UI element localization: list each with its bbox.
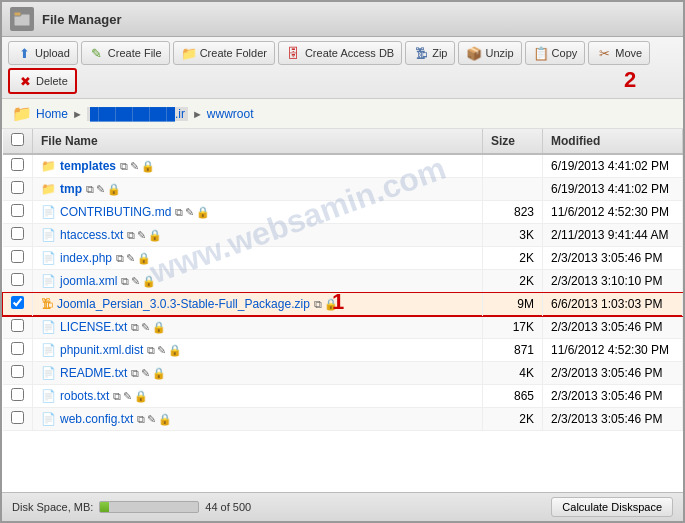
row-copy-icon[interactable]: ⧉ [314, 298, 322, 311]
file-modified: 6/19/2013 4:41:02 PM [543, 154, 683, 178]
create-folder-button[interactable]: 📁 Create Folder [173, 41, 275, 65]
select-all-checkbox[interactable] [11, 133, 24, 146]
table-row[interactable]: 📁tmp⧉✎🔒6/19/2013 4:41:02 PM [3, 178, 683, 201]
upload-button[interactable]: ⬆ Upload [8, 41, 78, 65]
row-copy-icon[interactable]: ⧉ [121, 275, 129, 288]
file-name-text[interactable]: joomla.xml [60, 274, 117, 288]
table-row[interactable]: 📄README.txt⧉✎🔒4K2/3/2013 3:05:46 PM [3, 362, 683, 385]
row-edit-icon[interactable]: ✎ [141, 367, 150, 380]
row-copy-icon[interactable]: ⧉ [131, 367, 139, 380]
row-edit-icon[interactable]: ✎ [130, 160, 139, 173]
zip-button[interactable]: 🗜 Zip [405, 41, 455, 65]
file-name-text[interactable]: htaccess.txt [60, 228, 123, 242]
file-list-scroll[interactable]: File Name Size Modified 📁templates⧉✎🔒6/1… [2, 129, 683, 492]
row-checkbox[interactable] [11, 319, 24, 332]
row-checkbox[interactable] [11, 181, 24, 194]
table-row[interactable]: 📁templates⧉✎🔒6/19/2013 4:41:02 PM [3, 154, 683, 178]
row-checkbox[interactable] [11, 342, 24, 355]
file-name-text[interactable]: robots.txt [60, 389, 109, 403]
row-edit-icon[interactable]: ✎ [185, 206, 194, 219]
row-edit-icon[interactable]: ✎ [123, 390, 132, 403]
row-checkbox[interactable] [11, 250, 24, 263]
row-copy-icon[interactable]: ⧉ [131, 321, 139, 334]
col-header-check[interactable] [3, 129, 33, 154]
row-edit-icon[interactable]: ✎ [126, 252, 135, 265]
file-name-text[interactable]: tmp [60, 182, 82, 196]
file-modified: 2/3/2013 3:05:46 PM [543, 408, 683, 431]
file-name-cell: 📄robots.txt⧉✎🔒 [41, 389, 474, 403]
row-lock-icon[interactable]: 🔒 [152, 367, 166, 380]
row-lock-icon[interactable]: 🔒 [158, 413, 172, 426]
table-row[interactable]: 📄index.php⧉✎🔒2K2/3/2013 3:05:46 PM [3, 247, 683, 270]
row-copy-icon[interactable]: ⧉ [137, 413, 145, 426]
breadcrumb-wwwroot[interactable]: wwwroot [207, 107, 254, 121]
table-row[interactable]: 📄CONTRIBUTING.md⧉✎🔒82311/6/2012 4:52:30 … [3, 201, 683, 224]
file-name-text[interactable]: index.php [60, 251, 112, 265]
row-checkbox[interactable] [11, 273, 24, 286]
row-checkbox[interactable] [11, 204, 24, 217]
row-lock-icon[interactable]: 🔒 [152, 321, 166, 334]
row-lock-icon[interactable]: 🔒 [137, 252, 151, 265]
table-row[interactable]: 📄LICENSE.txt⧉✎🔒17K2/3/2013 3:05:46 PM [3, 316, 683, 339]
calculate-diskspace-button[interactable]: Calculate Diskspace [551, 497, 673, 517]
row-checkbox[interactable] [11, 296, 24, 309]
file-name-text[interactable]: phpunit.xml.dist [60, 343, 143, 357]
table-row[interactable]: 📄joomla.xml⧉✎🔒2K2/3/2013 3:10:10 PM [3, 270, 683, 293]
file-size: 2K [483, 247, 543, 270]
row-edit-icon[interactable]: ✎ [157, 344, 166, 357]
create-file-icon: ✎ [89, 45, 105, 61]
file-name-text[interactable]: CONTRIBUTING.md [60, 205, 171, 219]
table-row[interactable]: 📄web.config.txt⧉✎🔒2K2/3/2013 3:05:46 PM [3, 408, 683, 431]
breadcrumb: 📁 Home ► ██████████.ir ► wwwroot [2, 99, 683, 129]
row-lock-icon[interactable]: 🔒 [196, 206, 210, 219]
file-name-text[interactable]: LICENSE.txt [60, 320, 127, 334]
table-row[interactable]: 📄htaccess.txt⧉✎🔒3K2/11/2013 9:41:44 AM [3, 224, 683, 247]
file-name-text[interactable]: templates [60, 159, 116, 173]
row-edit-icon[interactable]: ✎ [137, 229, 146, 242]
status-bar: Disk Space, MB: 44 of 500 Calculate Disk… [2, 492, 683, 521]
row-edit-icon[interactable]: ✎ [141, 321, 150, 334]
file-name-text[interactable]: Joomla_Persian_3.0.3-Stable-Full_Package… [57, 297, 310, 311]
file-name-cell: 🗜Joomla_Persian_3.0.3-Stable-Full_Packag… [41, 297, 474, 311]
file-name-text[interactable]: web.config.txt [60, 412, 133, 426]
row-lock-icon[interactable]: 🔒 [324, 298, 338, 311]
table-row[interactable]: 🗜Joomla_Persian_3.0.3-Stable-Full_Packag… [3, 293, 683, 316]
file-icon: 📄 [41, 366, 56, 380]
breadcrumb-home[interactable]: Home [36, 107, 68, 121]
breadcrumb-domain[interactable]: ██████████.ir [87, 107, 188, 121]
unzip-button[interactable]: 📦 Unzip [458, 41, 521, 65]
folder-icon: 📁 [41, 182, 56, 196]
create-file-button[interactable]: ✎ Create File [81, 41, 170, 65]
delete-button[interactable]: ✖ Delete [8, 68, 77, 94]
row-edit-icon[interactable]: ✎ [96, 183, 105, 196]
file-name-text[interactable]: README.txt [60, 366, 127, 380]
row-copy-icon[interactable]: ⧉ [113, 390, 121, 403]
row-edit-icon[interactable]: ✎ [147, 413, 156, 426]
row-lock-icon[interactable]: 🔒 [168, 344, 182, 357]
table-row[interactable]: 📄robots.txt⧉✎🔒8652/3/2013 3:05:46 PM [3, 385, 683, 408]
row-lock-icon[interactable]: 🔒 [148, 229, 162, 242]
row-edit-icon[interactable]: ✎ [131, 275, 140, 288]
row-copy-icon[interactable]: ⧉ [175, 206, 183, 219]
table-row[interactable]: 📄phpunit.xml.dist⧉✎🔒87111/6/2012 4:52:30… [3, 339, 683, 362]
row-checkbox[interactable] [11, 388, 24, 401]
file-modified: 2/3/2013 3:05:46 PM [543, 316, 683, 339]
action-icons: ⧉✎🔒 [131, 321, 166, 334]
row-lock-icon[interactable]: 🔒 [134, 390, 148, 403]
row-copy-icon[interactable]: ⧉ [127, 229, 135, 242]
row-copy-icon[interactable]: ⧉ [116, 252, 124, 265]
row-lock-icon[interactable]: 🔒 [141, 160, 155, 173]
row-checkbox[interactable] [11, 411, 24, 424]
row-checkbox[interactable] [11, 365, 24, 378]
copy-button[interactable]: 📋 Copy [525, 41, 586, 65]
row-lock-icon[interactable]: 🔒 [107, 183, 121, 196]
create-db-button[interactable]: 🗄 Create Access DB [278, 41, 402, 65]
move-button[interactable]: ✂ Move [588, 41, 650, 65]
svg-rect-1 [14, 12, 21, 16]
row-copy-icon[interactable]: ⧉ [120, 160, 128, 173]
row-lock-icon[interactable]: 🔒 [142, 275, 156, 288]
row-checkbox[interactable] [11, 158, 24, 171]
row-copy-icon[interactable]: ⧉ [147, 344, 155, 357]
row-checkbox[interactable] [11, 227, 24, 240]
row-copy-icon[interactable]: ⧉ [86, 183, 94, 196]
